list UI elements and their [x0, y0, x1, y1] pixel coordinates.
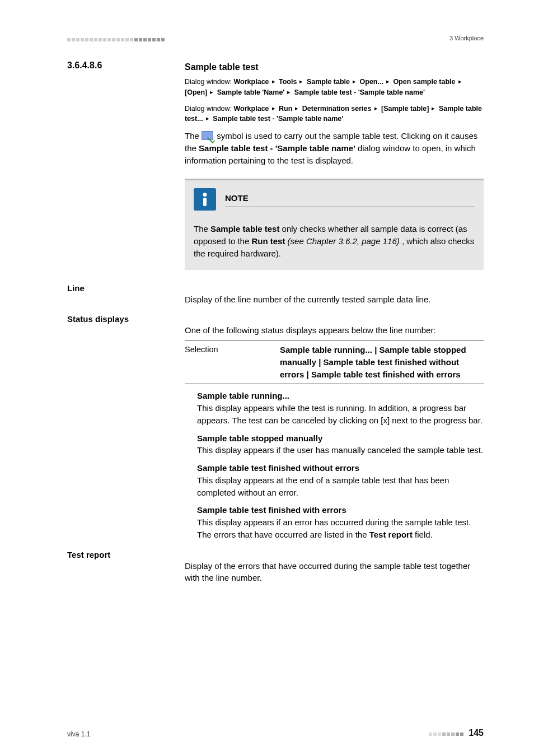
dialog-path-1-prefix: Dialog window: [185, 78, 234, 86]
dialog-path-1-seg-1: Tools [279, 78, 297, 86]
status-item-2-body: This display appears at the end of a sam… [197, 474, 484, 499]
footer-right: 145 [429, 728, 484, 738]
section-title: Sample table test [185, 62, 259, 72]
status-item-2-title: Sample table test finished without error… [197, 462, 484, 474]
test-report-text: Display of the errors that have occurred… [185, 560, 484, 585]
page-number: 145 [469, 728, 484, 738]
status-term-list: Sample table running... This display app… [185, 390, 484, 540]
intro-text-a: The [185, 131, 202, 141]
dialog-path-2: Dialog window: Workplace Run Determinati… [185, 104, 484, 125]
status-item-3-body: This display appears if an error has occ… [197, 516, 484, 541]
note-body-e: (see Chapter 3.6.2, page 116) [288, 236, 400, 246]
note-box: NOTE The Sample table test only checks w… [185, 179, 484, 269]
status-item-1-title: Sample table stopped manually [197, 432, 484, 445]
note-divider [225, 207, 475, 207]
dialog-path-1-seg-3: Open... [360, 78, 383, 86]
note-body-a: The [194, 224, 210, 234]
note-body-b: Sample table test [210, 224, 279, 234]
dialog-path-1: Dialog window: Workplace Tools Sample ta… [185, 77, 484, 98]
dialog-path-1-seg-2: Sample table [307, 78, 350, 86]
sample-table-test-icon [202, 131, 213, 140]
page-footer: viva 1.1 145 [67, 728, 484, 738]
header-ornament-dots [67, 38, 165, 41]
selection-table: Selection Sample table running... | Samp… [185, 340, 484, 384]
note-body: The Sample table test only checks whethe… [194, 223, 475, 259]
dialog-path-2-seg-3: [Sample table] [381, 105, 429, 113]
dialog-path-1-seg-7: Sample table test - 'Sample table name' [294, 88, 425, 96]
page-header: 3 Workplace [67, 35, 484, 41]
dialog-path-2-seg-5: Sample table test - 'Sample table name' [213, 115, 343, 123]
intro-paragraph: The symbol is used to carry out the samp… [185, 130, 484, 166]
selection-label: Selection [185, 340, 280, 384]
note-body-d: Run test [251, 236, 285, 246]
section-number: 3.6.4.8.6 [67, 60, 102, 70]
note-title: NOTE [225, 192, 475, 204]
dialog-path-2-prefix: Dialog window: [185, 105, 234, 113]
status-intro: One of the following status displays app… [185, 324, 484, 337]
section-number-col: 3.6.4.8.6 [67, 60, 179, 270]
status-item-3-body-c: field. [415, 530, 433, 539]
selection-value: Sample table running... | Sample table s… [280, 340, 484, 384]
status-item-3-body-b: Test report [369, 530, 413, 539]
status-item-0-body: This display appears while the test is r… [197, 402, 484, 427]
dialog-path-1-seg-4: Open sample table [393, 78, 455, 86]
dialog-path-1-seg-6: Sample table 'Name' [217, 88, 285, 96]
status-item-3-title: Sample table test finished with errors [197, 504, 484, 516]
header-chapter: 3 Workplace [449, 35, 484, 41]
test-report-label: Test report [67, 550, 179, 585]
dialog-path-2-seg-2: Determination series [302, 105, 372, 113]
dialog-path-1-seg-0: Workplace [234, 78, 269, 86]
dialog-path-2-seg-1: Run [279, 105, 292, 113]
line-text: Display of the line number of the curren… [185, 293, 484, 306]
status-displays-label: Status displays [67, 314, 179, 540]
footer-ornament-dots [429, 732, 463, 736]
footer-version: viva 1.1 [67, 730, 90, 738]
intro-text-c: Sample table test - 'Sample table name' [199, 143, 355, 153]
dialog-path-1-seg-5: [Open] [185, 88, 207, 96]
info-icon [194, 188, 216, 211]
line-label: Line [67, 283, 179, 306]
status-item-1-body: This display appears if the user has man… [197, 444, 484, 456]
dialog-path-2-seg-0: Workplace [234, 105, 269, 113]
status-item-0-title: Sample table running... [197, 390, 484, 402]
